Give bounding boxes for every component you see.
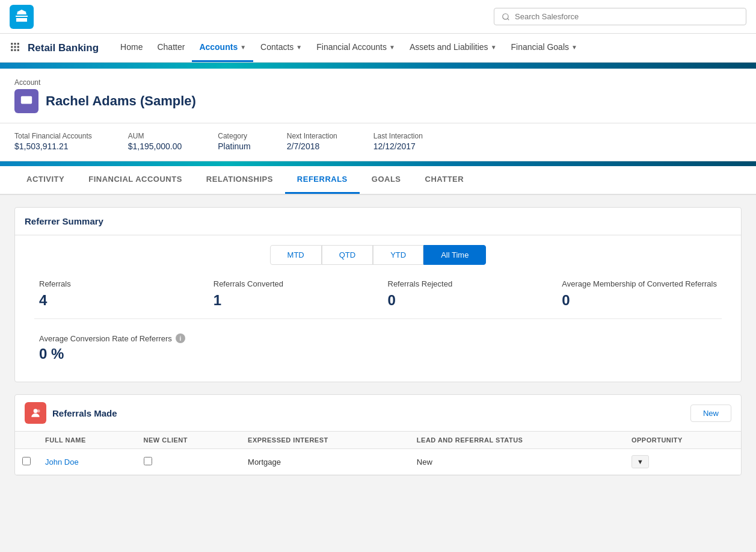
svg-rect-4 [17,43,19,45]
svg-line-1 [508,18,509,20]
tab-relationships[interactable]: RELATIONSHIPS [194,166,285,194]
nav-item-financial-goals[interactable]: Financial Goals ▼ [504,34,585,62]
svg-point-16 [37,409,40,412]
tab-financial-accounts[interactable]: FINANCIAL ACCOUNTS [76,166,194,194]
new-button[interactable]: New [690,405,731,422]
row-checkbox-cell [15,449,38,475]
fullname-link[interactable]: John Doe [45,457,79,467]
stat-next-interaction: Next Interaction 2/7/2018 [287,132,337,151]
nav-items: Home Chatter Accounts ▼ Contacts ▼ Finan… [113,34,585,62]
svg-rect-13 [25,98,28,99]
col-newclient: NEW CLIENT [137,432,241,449]
period-ytd[interactable]: YTD [373,245,423,265]
referrer-stats-grid: Referrals 4 Referrals Converted 1 Referr… [25,279,731,318]
referrals-made-icon [25,402,46,424]
col-status: LEAD AND REFERRAL STATUS [410,432,624,449]
stats-divider [34,318,722,319]
search-bar[interactable] [494,8,746,25]
conversion-rate-row: Average Conversion Rate of Referrers i 0… [25,329,731,372]
svg-point-15 [34,409,38,413]
referrals-made-title: Referrals Made [52,408,117,418]
row-interest: Mortgage [241,449,410,475]
stat-avg-membership: Average Membership of Converted Referral… [552,279,727,318]
row-status: New [410,449,624,475]
col-opportunity: OPPORTUNITY [624,432,741,449]
decorative-stripe-2 [0,161,756,166]
svg-rect-6 [14,46,16,48]
nav-item-financial-accounts[interactable]: Financial Accounts ▼ [309,34,402,62]
referrer-summary-title: Referrer Summary [15,208,741,235]
nav-item-assets-liabilities[interactable]: Assets and Liabilities ▼ [402,34,504,62]
nav-item-home[interactable]: Home [113,34,150,62]
referrer-summary-card: Referrer Summary MTD QTD YTD All Time Re… [14,207,742,382]
opportunity-dropdown[interactable]: ▼ [632,455,649,468]
table-row: John Doe Mortgage New ▼ [15,449,741,475]
main-content: Referrer Summary MTD QTD YTD All Time Re… [0,195,756,500]
svg-rect-8 [11,49,13,51]
account-stats: Total Financial Accounts $1,503,911.21 A… [0,123,756,161]
period-alltime[interactable]: All Time [423,245,486,265]
newclient-checkbox[interactable] [144,457,152,465]
svg-rect-11 [21,96,32,104]
nav-item-accounts[interactable]: Accounts ▼ [192,34,253,62]
referrals-made-header: Referrals Made New [15,395,741,432]
col-fullname: FULL NAME [38,432,137,449]
svg-rect-10 [17,49,19,51]
chevron-down-icon: ▼ [240,44,246,51]
tab-bar: ACTIVITY FINANCIAL ACCOUNTS RELATIONSHIP… [0,166,756,195]
stat-total-financial-accounts: Total Financial Accounts $1,503,911.21 [14,132,92,151]
account-label: Account [14,78,742,87]
app-name: Retail Banking [28,42,99,54]
app-logo [10,5,34,29]
svg-rect-12 [23,98,25,101]
nav-item-chatter[interactable]: Chatter [150,34,192,62]
svg-rect-9 [14,49,16,51]
row-fullname: John Doe [38,449,137,475]
stat-category: Category Platinum [218,132,250,151]
grid-icon[interactable] [10,42,20,54]
svg-rect-5 [11,46,13,48]
referrals-made-card: Referrals Made New FULL NAME NEW CLIENT … [14,394,742,476]
svg-rect-2 [11,43,13,45]
stat-referrals: Referrals 4 [29,279,204,318]
svg-rect-7 [17,46,19,48]
row-opportunity: ▼ [624,449,741,475]
chevron-down-icon: ▼ [296,44,302,51]
search-icon [502,13,510,21]
stat-last-interaction: Last Interaction 12/12/2017 [373,132,423,151]
tab-goals[interactable]: GOALS [360,166,413,194]
account-header: Account Rachel Adams (Sample) [0,69,756,123]
tab-activity[interactable]: ACTIVITY [14,166,76,194]
decorative-stripe [0,63,756,69]
chevron-down-icon: ▼ [571,44,577,51]
account-name: Rachel Adams (Sample) [46,93,196,109]
stat-aum: AUM $1,195,000.00 [128,132,182,151]
period-qtd[interactable]: QTD [322,245,373,265]
period-mtd[interactable]: MTD [270,245,322,265]
period-buttons: MTD QTD YTD All Time [25,245,731,265]
col-checkbox [15,432,38,449]
chevron-down-icon: ▼ [491,44,497,51]
chevron-down-icon: ▼ [389,44,395,51]
row-newclient [137,449,241,475]
account-avatar [14,89,38,113]
svg-rect-14 [25,100,29,101]
row-checkbox[interactable] [22,457,31,465]
info-icon[interactable]: i [176,333,185,343]
stat-referrals-converted: Referrals Converted 1 [204,279,378,318]
stat-referrals-rejected: Referrals Rejected 0 [378,279,553,318]
referrals-table: FULL NAME NEW CLIENT EXPRESSED INTEREST … [15,432,741,475]
referrer-summary-body: MTD QTD YTD All Time Referrals 4 Referra… [15,235,741,382]
col-interest: EXPRESSED INTEREST [241,432,410,449]
tab-chatter[interactable]: CHATTER [413,166,476,194]
search-input[interactable] [515,12,739,21]
svg-rect-3 [14,43,16,45]
top-bar [0,0,756,34]
nav-bar: Retail Banking Home Chatter Accounts ▼ C… [0,34,756,63]
tab-referrals[interactable]: REFERRALS [285,166,360,194]
nav-item-contacts[interactable]: Contacts ▼ [253,34,309,62]
svg-point-0 [503,13,508,19]
